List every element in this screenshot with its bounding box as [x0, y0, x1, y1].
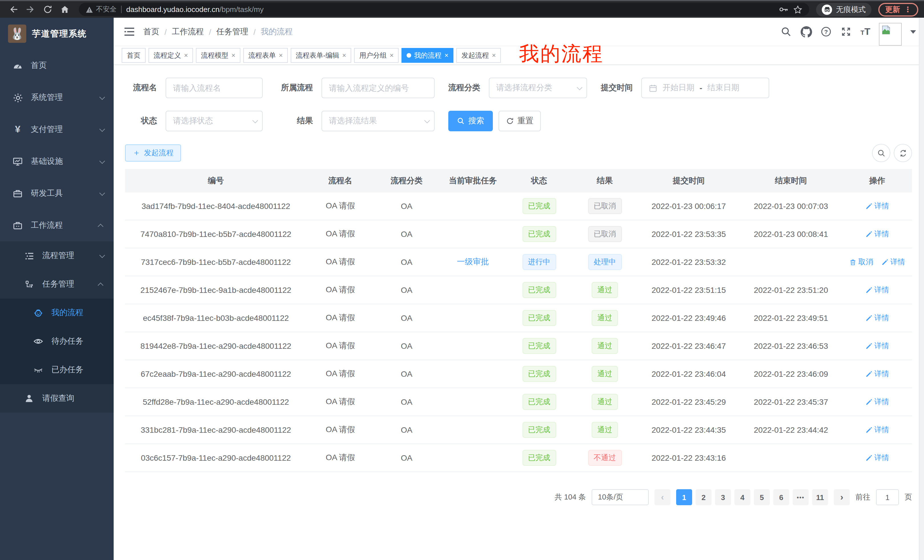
next-page-button[interactable]: › — [834, 489, 850, 505]
page-scrollbar[interactable] — [919, 18, 924, 560]
page-size-select[interactable]: 10条/页 — [592, 489, 649, 505]
sidebar-item-done[interactable]: 已办任务 — [0, 356, 114, 384]
cell-status: 进行中 — [507, 248, 572, 276]
tab[interactable]: 流程表单× — [243, 48, 288, 63]
current-task-link[interactable]: 一级审批 — [457, 257, 489, 267]
browser-reload-icon[interactable] — [40, 3, 55, 16]
fullscreen-icon[interactable] — [841, 26, 852, 37]
show-search-button[interactable] — [872, 144, 890, 162]
tab-close-icon[interactable]: × — [184, 52, 188, 59]
help-icon[interactable]: ? — [820, 26, 832, 37]
detail-link[interactable]: 详情 — [881, 257, 905, 267]
status-select[interactable]: 请选择状态 — [166, 111, 263, 131]
page-number-button[interactable]: 3 — [715, 489, 731, 505]
browser-menu-icon[interactable]: ⋮ — [904, 5, 911, 14]
gear-icon — [13, 93, 23, 103]
sidebar-item-leave-query[interactable]: 请假查询 — [0, 384, 114, 413]
detail-link[interactable]: 详情 — [865, 425, 889, 435]
category-select[interactable]: 请选择流程分类 — [489, 78, 587, 98]
detail-link-label: 详情 — [874, 425, 889, 435]
detail-link[interactable]: 详情 — [865, 369, 889, 379]
detail-link[interactable]: 详情 — [865, 397, 889, 407]
detail-link[interactable]: 详情 — [865, 341, 889, 351]
sidebar-item-process-mgmt[interactable]: 流程管理 — [0, 241, 114, 270]
tab-close-icon[interactable]: × — [390, 52, 393, 59]
cancel-link[interactable]: 取消 — [849, 257, 873, 267]
cell-operations: 详情 — [842, 192, 912, 220]
sidebar-item-system[interactable]: 系统管理 — [0, 82, 114, 114]
sidebar-item-home[interactable]: 首页 — [0, 49, 114, 82]
tab[interactable]: 我的流程× — [402, 48, 453, 63]
cell-current-task — [439, 220, 507, 248]
browser-home-icon[interactable] — [57, 3, 72, 16]
tab[interactable]: 用户分组× — [354, 48, 399, 63]
toolbox-icon — [13, 189, 23, 199]
status-badge: 处理中 — [588, 254, 622, 270]
chrome-update-button[interactable]: 更新 ⋮ — [878, 3, 918, 16]
address-bar[interactable]: 不安全 dashboard.yudao.iocoder.cn/bpm/task/… — [79, 3, 809, 16]
breadcrumb-item[interactable]: 工作流程 — [172, 27, 204, 37]
font-size-icon[interactable]: TT — [861, 26, 870, 37]
password-key-icon[interactable] — [779, 5, 789, 14]
sidebar-item-dev[interactable]: 研发工具 — [0, 178, 114, 210]
avatar-dropdown-icon[interactable] — [910, 30, 916, 33]
browser-back-icon[interactable] — [6, 3, 21, 16]
tab[interactable]: 发起流程× — [456, 48, 501, 63]
more-pages-button[interactable]: ••• — [793, 489, 808, 505]
tab[interactable]: 流程表单-编辑× — [291, 48, 351, 63]
process-definition-input[interactable] — [321, 78, 435, 98]
github-icon[interactable] — [801, 26, 812, 37]
tab[interactable]: 流程模型× — [196, 48, 240, 63]
table-row: 52ffd28e-7b9a-11ec-a290-acde48001122OA 请… — [125, 388, 912, 416]
cell-category: OA — [374, 416, 439, 443]
sidebar-item-workflow[interactable]: 工作流程 — [0, 210, 114, 241]
sidebar-item-todo[interactable]: 待办任务 — [0, 327, 114, 356]
page-number-button[interactable]: 1 — [676, 489, 692, 505]
submit-time-range-picker[interactable]: 开始日期 - 结束日期 — [641, 78, 769, 98]
sidebar-item-infra[interactable]: 基础设施 — [0, 145, 114, 178]
sidebar-item-pay[interactable]: ¥ 支付管理 — [0, 114, 114, 145]
detail-link[interactable]: 详情 — [865, 285, 889, 295]
cell-process-name: OA 请假 — [307, 220, 374, 248]
tab[interactable]: 流程定义× — [148, 48, 193, 63]
tab[interactable]: 首页 — [122, 48, 146, 63]
page-url[interactable]: dashboard.yudao.iocoder.cn/bpm/task/my — [126, 5, 264, 14]
page-number-button[interactable]: 4 — [734, 489, 750, 505]
create-process-button[interactable]: ＋ 发起流程 — [125, 144, 181, 162]
page-number-button[interactable]: 5 — [754, 489, 770, 505]
bookmark-star-icon[interactable] — [793, 5, 802, 14]
sidebar-collapse-icon[interactable] — [122, 24, 136, 39]
detail-link[interactable]: 详情 — [865, 313, 889, 323]
cell-submit-time: 2022-01-22 23:45:29 — [638, 388, 740, 416]
breadcrumb-item[interactable]: 任务管理 — [216, 27, 248, 37]
browser-forward-icon[interactable] — [23, 3, 38, 16]
process-name-input[interactable] — [166, 78, 263, 98]
tab-close-icon[interactable]: × — [444, 52, 448, 59]
cell-operations: 详情 — [842, 388, 912, 416]
avatar[interactable] — [879, 22, 902, 45]
page-number-button[interactable]: 11 — [812, 489, 828, 505]
goto-page-input[interactable] — [876, 489, 899, 505]
detail-link[interactable]: 详情 — [865, 201, 889, 211]
page-number-button[interactable]: 6 — [773, 489, 789, 505]
tab-close-icon[interactable]: × — [342, 52, 346, 59]
tab-close-icon[interactable]: × — [231, 52, 235, 59]
detail-link[interactable]: 详情 — [865, 453, 889, 463]
cell-result: 通过 — [572, 388, 638, 416]
search-icon[interactable] — [781, 26, 792, 37]
tab-close-icon[interactable]: × — [492, 52, 496, 59]
incognito-badge: 无痕模式 — [816, 3, 872, 16]
site-warning[interactable]: 不安全 — [86, 4, 117, 14]
reset-button[interactable]: 重置 — [498, 111, 541, 131]
search-button[interactable]: 搜索 — [448, 111, 493, 131]
result-select[interactable]: 请选择流结果 — [321, 111, 435, 131]
prev-page-button[interactable]: ‹ — [654, 489, 670, 505]
tab-close-icon[interactable]: × — [279, 52, 283, 59]
sidebar-item-task-mgmt[interactable]: 任务管理 — [0, 270, 114, 298]
sidebar-item-my-process[interactable]: 我的流程 — [0, 298, 114, 327]
breadcrumb-item[interactable]: 首页 — [143, 27, 159, 37]
cell-result: 通过 — [572, 276, 638, 304]
page-number-button[interactable]: 2 — [696, 489, 711, 505]
detail-link[interactable]: 详情 — [865, 229, 889, 239]
refresh-table-button[interactable] — [894, 144, 912, 162]
